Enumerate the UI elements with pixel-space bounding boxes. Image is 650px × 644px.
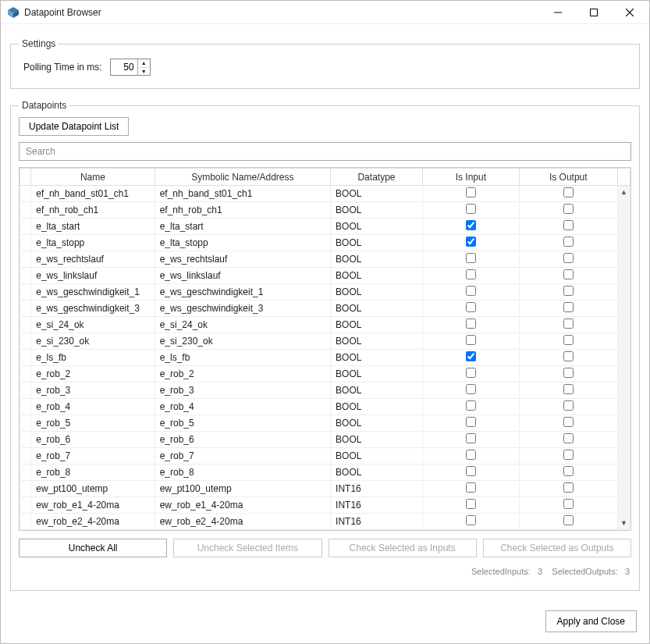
row-handle[interactable] [20,317,31,333]
uncheck-all-button[interactable]: Uncheck All [19,539,167,557]
spinner-down-icon[interactable]: ▼ [138,68,150,76]
is-input-checkbox[interactable] [466,351,476,361]
is-output-checkbox[interactable] [563,400,574,411]
table-row[interactable]: e_si_24_oke_si_24_okBOOL [20,317,630,333]
check-selected-outputs-button[interactable]: Check Selected as Outputs [483,539,631,557]
row-handle[interactable] [20,284,31,301]
is-input-checkbox[interactable] [466,269,476,279]
table-row[interactable]: e_rob_2e_rob_2BOOL [20,366,630,382]
table-row[interactable]: ef_nh_band_st01_ch1ef_nh_band_st01_ch1BO… [20,186,630,202]
is-output-checkbox[interactable] [563,384,574,394]
is-output-checkbox[interactable] [563,450,574,460]
vertical-scrollbar[interactable]: ▲▼ [617,186,630,530]
table-row[interactable]: ew_rob_e1_4-20maew_rob_e1_4-20maINT16 [20,497,630,514]
is-output-checkbox[interactable] [563,220,574,230]
row-handle[interactable] [20,415,31,432]
is-input-checkbox[interactable] [466,253,476,263]
row-handle[interactable] [20,497,31,514]
table-row[interactable]: ef_nh_rob_ch1ef_nh_rob_ch1BOOL [20,202,630,219]
is-input-checkbox[interactable] [466,433,476,443]
table-row[interactable]: e_ws_rechtslaufe_ws_rechtslaufBOOL [20,251,630,268]
table-row[interactable]: ew_pt100_utempew_pt100_utempINT16 [20,481,630,497]
header-name[interactable]: Name [31,169,155,186]
row-handle[interactable] [20,333,31,350]
row-handle[interactable] [20,219,31,235]
table-row[interactable]: e_rob_8e_rob_8BOOL [20,464,630,481]
is-output-checkbox[interactable] [563,335,574,345]
is-input-checkbox[interactable] [466,417,476,427]
table-row[interactable]: e_ls_fbe_ls_fbBOOL [20,350,630,366]
search-box[interactable] [19,142,631,161]
table-row[interactable]: e_si_230_oke_si_230_okBOOL [20,333,630,350]
scroll-up-icon[interactable]: ▲ [618,186,630,198]
is-input-checkbox[interactable] [466,368,476,378]
header-is-output[interactable]: Is Output [519,169,617,186]
is-output-checkbox[interactable] [563,187,574,197]
is-output-checkbox[interactable] [563,499,574,509]
table-row[interactable]: e_rob_7e_rob_7BOOL [20,448,630,464]
table-row[interactable]: ew_rob_e2_4-20maew_rob_e2_4-20maINT16 [20,514,630,530]
is-input-checkbox[interactable] [466,318,476,329]
is-output-checkbox[interactable] [563,466,574,476]
row-handle[interactable] [20,268,31,284]
is-input-checkbox[interactable] [466,482,476,493]
is-output-checkbox[interactable] [563,253,574,263]
is-output-checkbox[interactable] [563,286,574,296]
row-handle[interactable] [20,186,31,202]
table-row[interactable]: e_rob_4e_rob_4BOOL [20,399,630,415]
is-output-checkbox[interactable] [563,482,574,493]
is-input-checkbox[interactable] [466,204,476,214]
is-input-checkbox[interactable] [466,466,476,476]
is-output-checkbox[interactable] [563,433,574,443]
row-handle[interactable] [20,301,31,317]
row-handle[interactable] [20,251,31,268]
minimize-button[interactable] [540,1,576,23]
header-datatype[interactable]: Datatype [331,169,423,186]
spinner-up-icon[interactable]: ▲ [138,59,150,68]
row-handle[interactable] [20,382,31,399]
table-row[interactable]: e_ws_geschwindigkeit_1e_ws_geschwindigke… [20,284,630,301]
check-selected-inputs-button[interactable]: Check Selected as Inputs [329,539,477,557]
polling-spinner[interactable]: ▲ ▼ [110,59,151,76]
row-handle[interactable] [20,235,31,251]
uncheck-selected-button[interactable]: Uncheck Selected Items [173,539,321,557]
is-output-checkbox[interactable] [563,368,574,378]
header-symbolic[interactable]: Symbolic Name/Address [155,169,330,186]
row-handle[interactable] [20,481,31,497]
header-is-input[interactable]: Is Input [422,169,519,186]
is-output-checkbox[interactable] [563,515,574,525]
is-output-checkbox[interactable] [563,302,574,312]
is-input-checkbox[interactable] [466,237,476,247]
apply-and-close-button[interactable]: Apply and Close [545,610,637,632]
is-input-checkbox[interactable] [466,286,476,296]
is-input-checkbox[interactable] [466,384,476,394]
maximize-button[interactable] [576,1,612,23]
table-row[interactable]: e_lta_stoppe_lta_stoppBOOL [20,235,630,251]
row-handle[interactable] [20,464,31,481]
is-input-checkbox[interactable] [466,335,476,345]
is-input-checkbox[interactable] [466,515,476,525]
is-output-checkbox[interactable] [563,237,574,247]
table-row[interactable]: e_rob_3e_rob_3BOOL [20,382,630,399]
close-button[interactable] [612,1,648,23]
update-datapoint-button[interactable]: Update Datapoint List [19,117,129,136]
row-handle[interactable] [20,202,31,219]
row-handle[interactable] [20,366,31,382]
table-row[interactable]: e_rob_5e_rob_5BOOL [20,415,630,432]
is-input-checkbox[interactable] [466,400,476,411]
header-handle[interactable] [20,169,31,186]
row-handle[interactable] [20,432,31,448]
table-row[interactable]: e_ws_linkslaufe_ws_linkslaufBOOL [20,268,630,284]
row-handle[interactable] [20,514,31,530]
is-output-checkbox[interactable] [563,318,574,329]
is-output-checkbox[interactable] [563,204,574,214]
is-input-checkbox[interactable] [466,499,476,509]
is-input-checkbox[interactable] [466,220,476,230]
is-output-checkbox[interactable] [563,351,574,361]
is-output-checkbox[interactable] [563,417,574,427]
search-input[interactable] [20,143,630,160]
polling-input[interactable] [111,59,137,75]
table-row[interactable]: e_rob_6e_rob_6BOOL [20,432,630,448]
table-row[interactable]: e_lta_starte_lta_startBOOL [20,219,630,235]
table-row[interactable]: e_ws_geschwindigkeit_3e_ws_geschwindigke… [20,301,630,317]
